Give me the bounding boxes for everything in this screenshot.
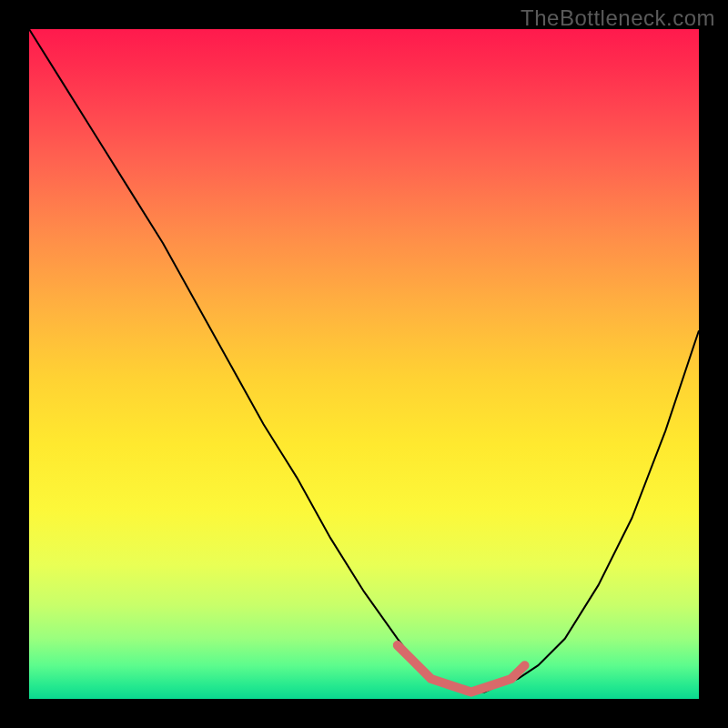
chart-plot-area <box>29 29 699 699</box>
bottleneck-curve-path <box>29 29 699 693</box>
watermark-text: TheBottleneck.com <box>521 5 715 31</box>
chart-svg <box>29 29 699 699</box>
optimal-range-marker <box>398 645 525 693</box>
